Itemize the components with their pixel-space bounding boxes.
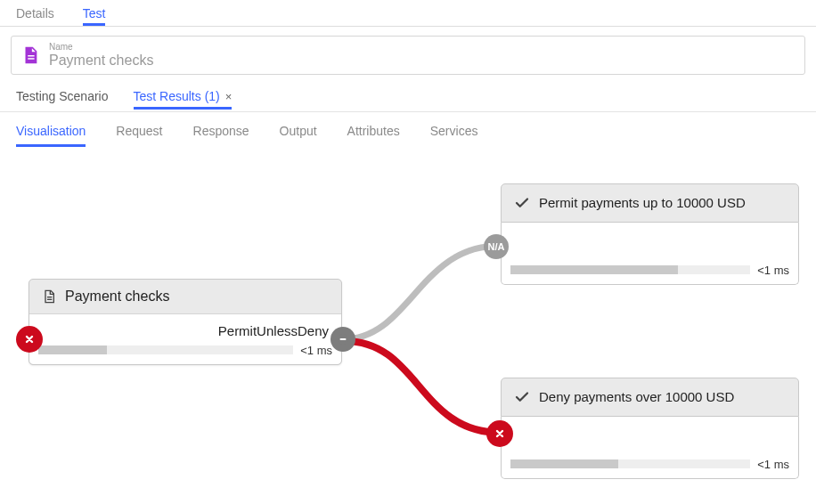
tab-test[interactable]: Test bbox=[83, 1, 106, 26]
rule-timing-row: <1 ms bbox=[510, 458, 789, 471]
rule-head: Permit payments up to 10000 USD bbox=[501, 183, 799, 223]
result-tabs: Visualisation Request Response Output At… bbox=[0, 112, 816, 148]
tab-visualisation[interactable]: Visualisation bbox=[16, 115, 86, 147]
scenario-tabs: Testing Scenario Test Results (1) × bbox=[0, 82, 816, 112]
policy-card-head: Payment checks bbox=[29, 280, 341, 314]
rule-title: Permit payments up to 10000 USD bbox=[539, 195, 746, 210]
rule-title: Deny payments over 10000 USD bbox=[539, 389, 734, 404]
svg-rect-6 bbox=[340, 338, 347, 340]
rule-timing-row: <1 ms bbox=[510, 264, 789, 277]
name-row: Name Payment checks bbox=[11, 36, 805, 75]
not-applicable-badge: N/A bbox=[484, 234, 509, 259]
check-icon bbox=[514, 389, 530, 405]
timing-bar bbox=[510, 459, 750, 468]
tab-attributes[interactable]: Attributes bbox=[347, 115, 400, 147]
svg-rect-1 bbox=[28, 58, 34, 59]
visualisation-canvas: Payment checks PermitUnlessDeny <1 ms Pe… bbox=[0, 148, 816, 504]
top-tabs: Details Test bbox=[0, 0, 816, 27]
tab-services[interactable]: Services bbox=[430, 115, 478, 147]
timing-fill bbox=[510, 459, 618, 468]
document-icon bbox=[42, 289, 56, 304]
policy-algorithm: PermitUnlessDeny bbox=[29, 314, 341, 340]
timing-bar bbox=[38, 345, 293, 354]
policy-card[interactable]: Payment checks PermitUnlessDeny <1 ms bbox=[29, 279, 342, 365]
tab-response[interactable]: Response bbox=[193, 115, 249, 147]
name-field[interactable]: Name Payment checks bbox=[11, 36, 805, 75]
deny-result-icon bbox=[16, 326, 43, 353]
policy-title: Payment checks bbox=[65, 289, 169, 305]
policy-doc-icon bbox=[20, 45, 40, 65]
close-icon[interactable]: × bbox=[225, 90, 233, 103]
rule-timing: <1 ms bbox=[757, 264, 789, 277]
rule-card-permit[interactable]: Permit payments up to 10000 USD <1 ms bbox=[501, 183, 799, 285]
tab-output[interactable]: Output bbox=[280, 115, 317, 147]
rule-card-deny[interactable]: Deny payments over 10000 USD <1 ms bbox=[501, 378, 799, 479]
na-label: N/A bbox=[488, 241, 505, 252]
tab-test-results-label: Test Results (1) bbox=[134, 89, 220, 103]
rule-body: <1 ms bbox=[501, 223, 799, 285]
policy-timing-row: <1 ms bbox=[29, 340, 341, 364]
timing-bar bbox=[510, 265, 750, 274]
tab-details[interactable]: Details bbox=[16, 1, 54, 26]
rule-timing: <1 ms bbox=[757, 458, 789, 471]
tab-test-results[interactable]: Test Results (1) × bbox=[134, 83, 233, 110]
check-icon bbox=[514, 195, 530, 211]
policy-timing: <1 ms bbox=[300, 344, 332, 357]
timing-fill bbox=[510, 265, 678, 274]
rule-body: <1 ms bbox=[501, 417, 799, 479]
deny-result-icon bbox=[486, 420, 513, 447]
rule-head: Deny payments over 10000 USD bbox=[501, 378, 799, 417]
timing-fill bbox=[38, 345, 107, 354]
name-value: Payment checks bbox=[49, 53, 796, 69]
name-label: Name bbox=[49, 42, 796, 53]
tab-request[interactable]: Request bbox=[116, 115, 162, 147]
svg-rect-0 bbox=[28, 55, 34, 56]
combining-node-icon bbox=[330, 327, 355, 352]
tab-testing-scenario[interactable]: Testing Scenario bbox=[16, 83, 109, 110]
